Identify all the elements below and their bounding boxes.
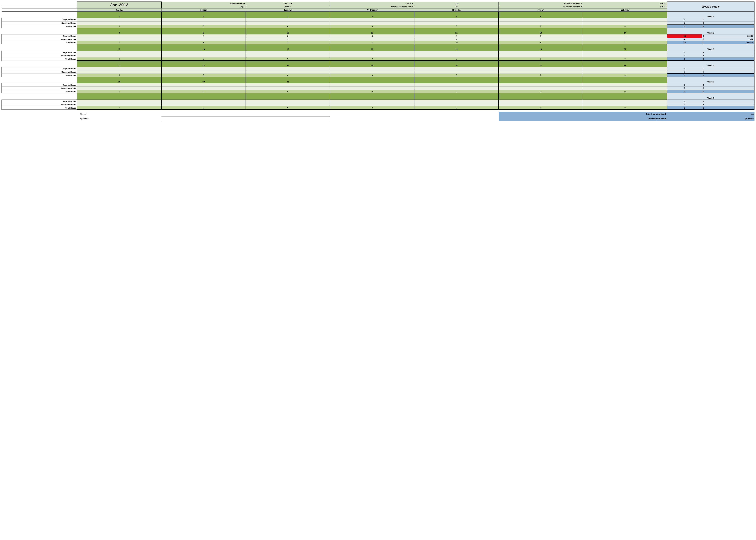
overtime-hours-cell[interactable] [77,21,161,25]
overtime-hours-cell[interactable] [583,54,667,57]
overtime-hours-cell[interactable] [161,70,246,73]
approved-line[interactable] [161,116,330,121]
regular-hours-cell[interactable] [498,67,583,70]
regular-hours-cell[interactable] [77,18,161,21]
date-cell: 29 [77,77,161,83]
regular-hours-cell[interactable] [246,99,330,103]
regular-hours-cell[interactable] [77,51,161,54]
overtime-hours-cell[interactable] [583,70,667,73]
regular-hours-cell[interactable] [414,51,498,54]
overtime-hours-cell[interactable] [77,38,161,41]
regular-hours-cell[interactable] [161,83,246,86]
overtime-hours-cell[interactable] [246,21,330,25]
overtime-hours-cell[interactable] [498,103,583,106]
regular-hours-cell[interactable] [583,51,667,54]
overtime-hours-cell[interactable] [583,86,667,90]
overtime-hours-cell[interactable] [77,103,161,106]
regular-hours-cell[interactable] [330,99,414,103]
overtime-hours-cell[interactable] [498,54,583,57]
overtime-hours-cell[interactable] [77,54,161,57]
regular-hours-cell[interactable] [583,67,667,70]
regular-hours-cell[interactable] [414,18,498,21]
overtime-hours-cell[interactable] [77,70,161,73]
regular-hours-cell[interactable] [161,67,246,70]
regular-hours-cell[interactable] [414,99,498,103]
regular-hours-cell[interactable] [161,51,246,54]
regular-hours-cell[interactable] [77,99,161,103]
overtime-hours-cell[interactable] [498,86,583,90]
overtime-hours-cell[interactable] [161,54,246,57]
regular-hours-cell[interactable] [77,67,161,70]
total-hours-cell: 0 [414,25,498,28]
overtime-hours-cell[interactable] [330,86,414,90]
overtime-hours-cell[interactable] [330,70,414,73]
overtime-hours-cell[interactable] [414,103,498,106]
regular-hours-cell[interactable] [583,18,667,21]
regular-hours-cell[interactable] [77,34,161,38]
overtime-hours-cell[interactable] [246,103,330,106]
overtime-hours-cell[interactable] [583,21,667,25]
regular-hours-cell[interactable] [330,67,414,70]
regular-hours-cell[interactable] [246,51,330,54]
std-rate-value[interactable]: $20.00 [583,2,667,5]
regular-hours-cell[interactable] [330,18,414,21]
overtime-hours-cell[interactable]: 2 [414,38,498,41]
regular-hours-label: Regular Hours [2,34,77,38]
overtime-hours-cell[interactable] [414,70,498,73]
overtime-hours-cell[interactable] [330,38,414,41]
regular-hours-cell[interactable]: 8 [498,34,583,38]
regular-hours-cell[interactable] [161,18,246,21]
regular-hours-cell[interactable] [246,18,330,21]
overtime-hours-cell[interactable] [414,21,498,25]
regular-hours-cell[interactable] [583,99,667,103]
overtime-hours-cell[interactable] [498,38,583,41]
dept-value[interactable]: Admin. [246,5,330,8]
regular-hours-cell[interactable] [246,67,330,70]
regular-hours-cell[interactable] [498,51,583,54]
overtime-hours-cell[interactable] [161,21,246,25]
overtime-hours-cell[interactable] [161,86,246,90]
overtime-hours-cell[interactable]: 2 [246,38,330,41]
overtime-hours-cell[interactable] [583,103,667,106]
regular-hours-cell[interactable]: 4 [583,34,667,38]
overtime-hours-cell[interactable] [246,54,330,57]
regular-hours-cell[interactable] [246,83,330,86]
overtime-hours-cell[interactable] [414,54,498,57]
overtime-hours-cell[interactable] [161,103,246,106]
overtime-hours-label: Overtime Hours [2,70,77,73]
date-cell: 27 [498,61,583,67]
regular-hours-cell[interactable] [330,51,414,54]
regular-hours-cell[interactable]: 8 [246,34,330,38]
ot-rate-value[interactable]: $30.00 [583,5,667,8]
staff-no-value[interactable]: 1234 [414,2,498,5]
overtime-hours-cell[interactable] [498,21,583,25]
signed-line[interactable] [161,112,330,116]
overtime-hours-cell[interactable] [498,70,583,73]
norm-hours-value[interactable]: 40 [414,5,498,8]
regular-hours-cell[interactable] [330,83,414,86]
overtime-hours-cell[interactable] [330,54,414,57]
regular-hours-cell[interactable] [498,99,583,103]
regular-hours-cell[interactable] [498,83,583,86]
regular-hours-cell[interactable] [161,99,246,103]
regular-hours-cell[interactable] [414,67,498,70]
regular-hours-cell[interactable]: 8 [161,34,246,38]
overtime-hours-cell[interactable] [246,70,330,73]
overtime-hours-cell[interactable] [246,86,330,90]
overtime-hours-cell[interactable] [330,21,414,25]
regular-hours-cell[interactable]: 8 [330,34,414,38]
overtime-hours-cell[interactable] [330,103,414,106]
regular-hours-cell[interactable] [498,18,583,21]
overtime-hours-cell[interactable] [161,38,246,41]
overtime-hours-cell[interactable] [77,86,161,90]
overtime-hours-cell[interactable] [414,86,498,90]
emp-name-value[interactable]: John Doe [246,2,330,5]
week-regular-hours-total: 0 [667,83,702,86]
total-hours-cell: 0 [330,57,414,61]
regular-hours-cell[interactable] [583,83,667,86]
regular-hours-label: Regular Hours [2,18,77,21]
regular-hours-cell[interactable]: 8 [414,34,498,38]
regular-hours-cell[interactable] [77,83,161,86]
overtime-hours-cell[interactable] [583,38,667,41]
regular-hours-cell[interactable] [414,83,498,86]
